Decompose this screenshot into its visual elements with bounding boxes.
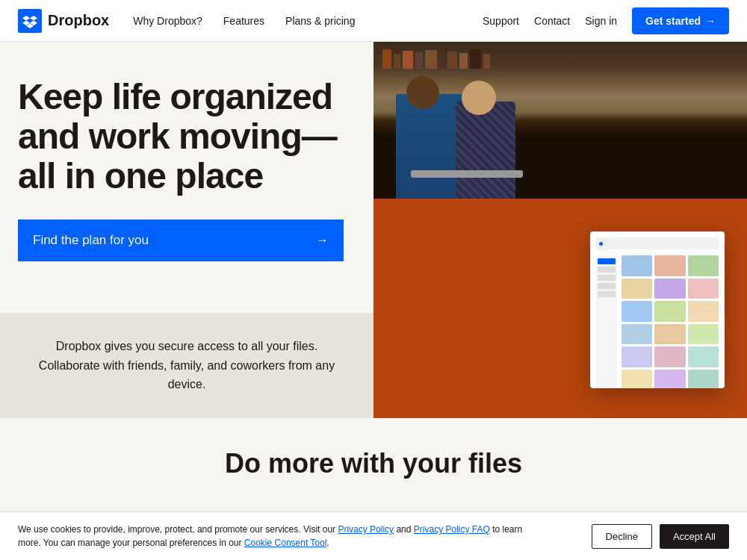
mockup-file	[688, 370, 719, 389]
mockup-file	[688, 324, 719, 345]
mockup-file	[654, 301, 685, 322]
person-1-body	[396, 94, 463, 199]
person-1	[396, 94, 463, 199]
mockup-file	[622, 324, 652, 345]
nav-plans-pricing[interactable]: Plans & pricing	[285, 15, 355, 27]
mockup-nav-item	[598, 267, 616, 273]
book	[439, 55, 445, 69]
mockup-file	[688, 301, 719, 322]
mockup-file	[654, 370, 685, 389]
mockup-files-grid	[622, 255, 719, 388]
mockup-nav-item	[598, 291, 616, 297]
hero-right	[374, 42, 747, 418]
hero-photo	[374, 42, 747, 199]
person-2-body	[456, 102, 515, 199]
book	[459, 53, 468, 69]
cookie-accept-button[interactable]: Accept All	[660, 524, 729, 549]
photo-background	[374, 42, 747, 199]
cookie-consent-tool-link[interactable]: Cookie Consent Tool	[244, 538, 327, 548]
get-started-button[interactable]: Get started →	[632, 7, 729, 34]
cookie-text: We use cookies to provide, improve, prot…	[18, 523, 541, 550]
hero-headline-area: Keep life organized and work moving— all…	[18, 78, 344, 261]
mockup-file	[688, 346, 719, 367]
mockup-file	[654, 346, 685, 367]
mockup-topbar	[596, 237, 719, 249]
nav-contact[interactable]: Contact	[534, 15, 570, 27]
mockup-file	[622, 255, 652, 276]
mockup-file	[622, 370, 652, 389]
mockup-file	[622, 279, 652, 299]
laptop	[411, 170, 523, 178]
person-2-head	[462, 81, 496, 115]
brand-name: Dropbox	[48, 12, 109, 29]
book	[415, 52, 423, 69]
nav-links: Why Dropbox? Features Plans & pricing	[133, 15, 355, 27]
mockup-sidebar	[596, 255, 719, 388]
nav-why-dropbox[interactable]: Why Dropbox?	[133, 15, 202, 27]
book	[425, 50, 437, 69]
person-1-torso	[396, 94, 463, 199]
hero-headline: Keep life organized and work moving— all…	[18, 78, 344, 196]
mockup-file	[688, 279, 719, 299]
mockup-file	[654, 279, 685, 299]
person-2-torso	[456, 102, 515, 199]
mockup-nav-item	[598, 258, 616, 264]
mockup-nav	[596, 255, 617, 388]
find-plan-arrow-icon: →	[316, 233, 329, 248]
hero-section: Keep life organized and work moving— all…	[0, 42, 747, 418]
hero-description: Dropbox gives you secure access to all y…	[0, 313, 374, 418]
nav-sign-in[interactable]: Sign in	[585, 15, 617, 27]
cookie-banner: We use cookies to provide, improve, prot…	[0, 511, 747, 560]
mockup-nav-item	[598, 275, 616, 281]
dropbox-small-icon	[599, 242, 603, 246]
cookie-buttons: Decline Accept All	[592, 524, 729, 549]
mockup-file	[688, 255, 719, 276]
mockup-file	[622, 301, 652, 322]
navbar: Dropbox Why Dropbox? Features Plans & pr…	[0, 0, 747, 42]
mockup-nav-item	[598, 283, 616, 289]
book	[470, 49, 481, 69]
section2: Do more with your files	[0, 418, 747, 494]
brand[interactable]: Dropbox	[18, 9, 109, 33]
person-1-head	[406, 76, 439, 109]
nav-features[interactable]: Features	[223, 15, 264, 27]
book	[483, 54, 490, 69]
nav-support[interactable]: Support	[483, 15, 519, 27]
cookie-decline-button[interactable]: Decline	[592, 524, 652, 549]
section2-title: Do more with your files	[18, 448, 729, 479]
mockup-file	[654, 255, 685, 276]
person-2	[456, 102, 515, 199]
hero-left: Keep life organized and work moving— all…	[0, 42, 374, 418]
book	[382, 49, 391, 69]
book	[447, 52, 457, 69]
privacy-policy-link[interactable]: Privacy Policy	[338, 524, 394, 535]
mockup-file	[622, 346, 652, 367]
book	[403, 51, 413, 69]
app-mockup	[590, 231, 725, 388]
mockup-file	[654, 324, 685, 345]
book	[394, 54, 400, 69]
navbar-right: Support Contact Sign in Get started →	[483, 7, 729, 34]
find-plan-button[interactable]: Find the plan for you →	[18, 220, 344, 261]
shelf-row-1	[374, 48, 747, 69]
privacy-faq-link[interactable]: Privacy Policy FAQ	[414, 524, 490, 535]
dropbox-logo-icon	[18, 9, 42, 33]
navbar-left: Dropbox Why Dropbox? Features Plans & pr…	[18, 9, 355, 33]
get-started-arrow-icon: →	[705, 15, 716, 27]
